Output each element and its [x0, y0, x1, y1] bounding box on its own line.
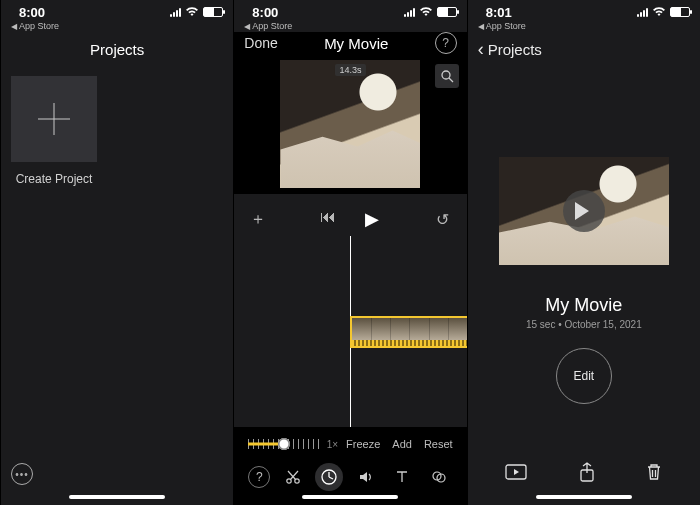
- battery-icon: [437, 7, 457, 17]
- projects-screen: 8:00 ◀ App Store Projects Create Project…: [0, 0, 233, 505]
- done-button[interactable]: Done: [244, 35, 277, 51]
- status-bar: 8:00: [1, 0, 233, 20]
- add-button[interactable]: Add: [392, 438, 412, 450]
- page-title: Projects: [90, 41, 144, 58]
- back-button[interactable]: ‹ Projects: [468, 32, 700, 66]
- playhead-marker: [234, 194, 466, 202]
- clock: 8:01: [486, 5, 512, 20]
- chevron-left-icon: ‹: [478, 40, 484, 58]
- back-triangle-icon: ◀: [244, 22, 250, 31]
- wifi-icon: [419, 5, 433, 20]
- project-title: My Movie: [545, 295, 622, 316]
- status-bar: 8:00: [234, 0, 466, 20]
- back-app-label: App Store: [252, 21, 292, 31]
- share-button[interactable]: [579, 462, 595, 487]
- signal-icon: [637, 7, 648, 17]
- slider-thumb[interactable]: [278, 438, 290, 450]
- timecode-badge: 14.3s: [335, 64, 365, 76]
- status-bar: 8:01: [468, 0, 700, 20]
- back-triangle-icon: ◀: [478, 22, 484, 31]
- status-icons: [637, 5, 690, 20]
- home-indicator[interactable]: [69, 495, 165, 499]
- back-label: Projects: [488, 41, 542, 58]
- clock: 8:00: [252, 5, 278, 20]
- movie-title: My Movie: [324, 35, 388, 52]
- back-app-label: App Store: [486, 21, 526, 31]
- tool-row: ?: [242, 459, 458, 499]
- delete-button[interactable]: [646, 463, 662, 486]
- transport-bar: ＋ ⏮ ▶ ↺: [234, 202, 466, 236]
- volume-tool[interactable]: [352, 463, 380, 491]
- more-menu[interactable]: •••: [11, 463, 33, 485]
- svg-line-8: [329, 477, 333, 479]
- timeline[interactable]: [234, 236, 466, 427]
- titles-tool[interactable]: [388, 463, 416, 491]
- svg-point-0: [442, 71, 450, 79]
- cut-tool[interactable]: [279, 463, 307, 491]
- back-to-app[interactable]: ◀ App Store: [468, 20, 700, 32]
- back-to-app[interactable]: ◀ App Store: [1, 20, 233, 32]
- back-triangle-icon: ◀: [11, 22, 17, 31]
- help-button[interactable]: ?: [435, 32, 457, 54]
- speed-value: 1×: [327, 439, 338, 450]
- reset-button[interactable]: Reset: [424, 438, 453, 450]
- video-preview[interactable]: 14.3s: [280, 60, 420, 188]
- play-icon: [563, 190, 605, 232]
- zoom-button[interactable]: [435, 64, 459, 88]
- home-indicator[interactable]: [536, 495, 632, 499]
- edit-button-label: Edit: [573, 369, 594, 383]
- wifi-icon: [185, 5, 199, 20]
- status-icons: [404, 5, 457, 20]
- ellipsis-icon: •••: [11, 463, 33, 485]
- back-to-app[interactable]: ◀ App Store: [234, 20, 466, 32]
- project-meta: 15 sec • October 15, 2021: [526, 319, 642, 330]
- battery-icon: [670, 7, 690, 17]
- back-app-label: App Store: [19, 21, 59, 31]
- create-project-button[interactable]: [11, 76, 97, 162]
- add-media-button[interactable]: ＋: [246, 209, 270, 230]
- undo-button[interactable]: ↺: [431, 210, 455, 229]
- timeline-clip[interactable]: [350, 316, 466, 348]
- filters-tool[interactable]: [425, 463, 453, 491]
- speed-slider[interactable]: [248, 437, 318, 451]
- editor-screen: 8:00 ◀ App Store Done My Movie ? 14.3s: [233, 0, 466, 505]
- projects-grid: Create Project: [1, 66, 233, 196]
- play-button[interactable]: ▶: [360, 208, 384, 230]
- speed-control: 1× Freeze Add Reset: [242, 433, 458, 459]
- freeze-button[interactable]: Freeze: [346, 438, 380, 450]
- svg-line-1: [449, 78, 453, 82]
- signal-icon: [170, 7, 181, 17]
- plus-icon: [38, 103, 70, 135]
- speed-tool[interactable]: [315, 463, 343, 491]
- detail-body: My Movie 15 sec • October 15, 2021 Edit: [468, 66, 700, 452]
- nav-bar: Projects: [1, 32, 233, 66]
- create-project-label: Create Project: [11, 172, 97, 186]
- battery-icon: [203, 7, 223, 17]
- preview-area: Done My Movie ? 14.3s: [234, 32, 466, 194]
- clock: 8:00: [19, 5, 45, 20]
- preview-frame: [280, 60, 420, 188]
- edit-button[interactable]: Edit: [556, 348, 612, 404]
- prev-frame-button[interactable]: ⏮: [316, 208, 340, 230]
- signal-icon: [404, 7, 415, 17]
- help-button[interactable]: ?: [248, 466, 270, 488]
- project-detail-screen: 8:01 ◀ App Store ‹ Projects My Movie 15 …: [467, 0, 700, 505]
- play-fullscreen-button[interactable]: [505, 464, 527, 485]
- edit-toolbar: 1× Freeze Add Reset ?: [234, 427, 466, 505]
- wifi-icon: [652, 5, 666, 20]
- project-thumbnail[interactable]: [499, 157, 669, 265]
- home-indicator[interactable]: [302, 495, 398, 499]
- status-icons: [170, 5, 223, 20]
